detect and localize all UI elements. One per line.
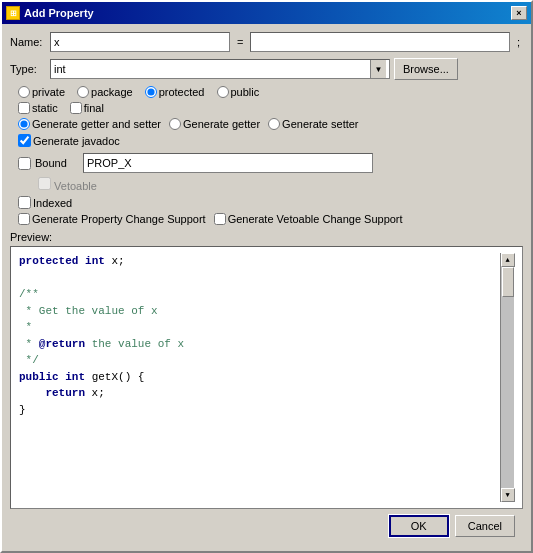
final-label: final bbox=[84, 102, 104, 114]
javadoc-row: Generate javadoc bbox=[18, 134, 523, 147]
vetoable-change-label: Generate Vetoable Change Support bbox=[228, 213, 403, 225]
code-line-c2: * Get the value of x bbox=[19, 303, 500, 320]
name-input-left[interactable] bbox=[50, 32, 230, 52]
final-checkbox-item: final bbox=[70, 102, 104, 114]
private-radio-item: private bbox=[18, 86, 65, 98]
private-label: private bbox=[32, 86, 65, 98]
preview-label: Preview: bbox=[10, 231, 523, 243]
name-input-right[interactable] bbox=[250, 32, 510, 52]
getter-setter-radio-item: Generate getter and setter bbox=[18, 118, 161, 130]
close-button[interactable]: × bbox=[511, 6, 527, 20]
vetoable-checkbox[interactable] bbox=[38, 177, 51, 190]
support-row: Generate Property Change Support Generat… bbox=[18, 213, 523, 225]
scroll-up-button[interactable]: ▲ bbox=[501, 253, 515, 267]
code-line-3: return x; bbox=[19, 385, 500, 402]
getter-setter-radio[interactable] bbox=[18, 118, 30, 130]
scroll-track bbox=[501, 267, 514, 488]
bound-row: Bound bbox=[18, 153, 523, 173]
final-checkbox[interactable] bbox=[70, 102, 82, 114]
private-radio[interactable] bbox=[18, 86, 30, 98]
access-radio-group: private package protected public bbox=[18, 86, 259, 98]
ok-button[interactable]: OK bbox=[389, 515, 449, 537]
code-line-c5: */ bbox=[19, 352, 500, 369]
add-property-window: ⊞ Add Property × Name: = ; Type: int ▼ B… bbox=[0, 0, 533, 553]
vetoable-label: Vetoable bbox=[54, 180, 97, 192]
code-line-2: public int getX() { bbox=[19, 369, 500, 386]
prop-change-checkbox[interactable] bbox=[18, 213, 30, 225]
preview-area: protected int x; /** * Get the value of … bbox=[10, 246, 523, 509]
code-line-4: } bbox=[19, 402, 500, 419]
code-line-c4: * @return the value of x bbox=[19, 336, 500, 353]
vetoable-row: Vetoable bbox=[38, 177, 523, 192]
protected-label: protected bbox=[159, 86, 205, 98]
vetoable-change-checkbox[interactable] bbox=[214, 213, 226, 225]
code-line-c1: /** bbox=[19, 286, 500, 303]
static-checkbox-item: static bbox=[18, 102, 58, 114]
public-radio[interactable] bbox=[217, 86, 229, 98]
indexed-checkbox[interactable] bbox=[18, 196, 31, 209]
combo-arrow-icon[interactable]: ▼ bbox=[370, 60, 386, 78]
protected-radio[interactable] bbox=[145, 86, 157, 98]
dialog-content: Name: = ; Type: int ▼ Browse... private bbox=[2, 24, 531, 551]
scroll-thumb[interactable] bbox=[502, 267, 514, 297]
window-icon: ⊞ bbox=[6, 6, 20, 20]
access-modifier-row: private package protected public bbox=[18, 86, 523, 98]
public-label: public bbox=[231, 86, 260, 98]
equals-sign: = bbox=[234, 36, 246, 48]
browse-button[interactable]: Browse... bbox=[394, 58, 458, 80]
getter-label: Generate getter bbox=[183, 118, 260, 130]
cancel-button[interactable]: Cancel bbox=[455, 515, 515, 537]
setter-radio[interactable] bbox=[268, 118, 280, 130]
getter-radio[interactable] bbox=[169, 118, 181, 130]
getter-radio-item: Generate getter bbox=[169, 118, 260, 130]
type-row: Type: int ▼ Browse... bbox=[10, 58, 523, 80]
window-title: Add Property bbox=[24, 7, 94, 19]
indexed-row: Indexed bbox=[18, 196, 523, 209]
scroll-down-button[interactable]: ▼ bbox=[501, 488, 515, 502]
getter-setter-label: Generate getter and setter bbox=[32, 118, 161, 130]
preview-content: protected int x; /** * Get the value of … bbox=[19, 253, 500, 502]
name-label: Name: bbox=[10, 36, 46, 48]
name-row: Name: = ; bbox=[10, 32, 523, 52]
type-label: Type: bbox=[10, 63, 46, 75]
bound-label: Bound bbox=[35, 157, 79, 169]
semicolon: ; bbox=[514, 36, 523, 48]
title-bar: ⊞ Add Property × bbox=[2, 2, 531, 24]
package-radio[interactable] bbox=[77, 86, 89, 98]
setter-label: Generate setter bbox=[282, 118, 358, 130]
protected-radio-item: protected bbox=[145, 86, 205, 98]
modifier-checkbox-row: static final bbox=[18, 102, 523, 114]
prop-change-label: Generate Property Change Support bbox=[32, 213, 206, 225]
static-checkbox[interactable] bbox=[18, 102, 30, 114]
type-combo[interactable]: int ▼ bbox=[50, 59, 390, 79]
code-line-1: protected int x; bbox=[19, 253, 500, 270]
vetoable-change-item: Generate Vetoable Change Support bbox=[214, 213, 403, 225]
public-radio-item: public bbox=[217, 86, 260, 98]
setter-radio-item: Generate setter bbox=[268, 118, 358, 130]
code-line-c3: * bbox=[19, 319, 500, 336]
indexed-label: Indexed bbox=[33, 197, 72, 209]
code-line-blank bbox=[19, 270, 500, 287]
title-bar-left: ⊞ Add Property bbox=[6, 6, 94, 20]
vertical-scrollbar: ▲ ▼ bbox=[500, 253, 514, 502]
javadoc-checkbox[interactable] bbox=[18, 134, 31, 147]
package-label: package bbox=[91, 86, 133, 98]
bound-checkbox[interactable] bbox=[18, 157, 31, 170]
package-radio-item: package bbox=[77, 86, 133, 98]
bottom-bar: OK Cancel bbox=[10, 509, 523, 543]
static-label: static bbox=[32, 102, 58, 114]
prop-change-item: Generate Property Change Support bbox=[18, 213, 206, 225]
generation-row: Generate getter and setter Generate gett… bbox=[18, 118, 523, 130]
javadoc-label: Generate javadoc bbox=[33, 135, 120, 147]
type-value: int bbox=[54, 63, 66, 75]
bound-input[interactable] bbox=[83, 153, 373, 173]
